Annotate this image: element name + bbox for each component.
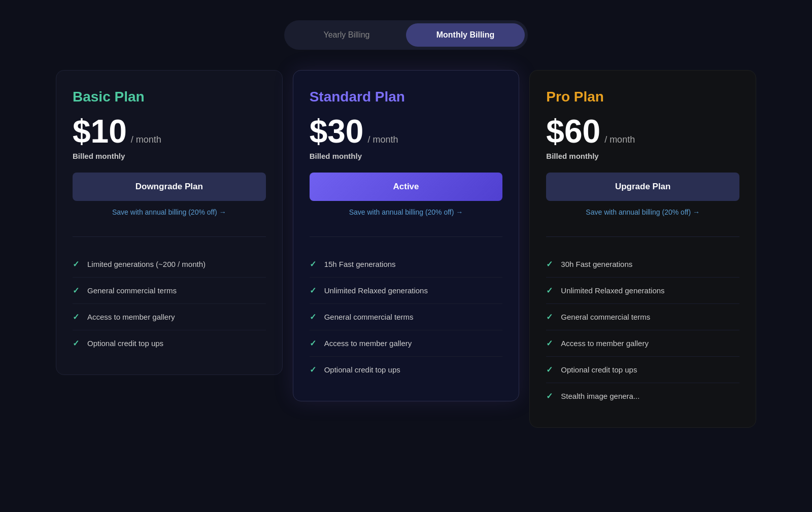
feature-item: ✓ 30h Fast generations: [546, 251, 739, 278]
feature-text: 15h Fast generations: [324, 260, 396, 268]
price-row: $10 / month: [73, 115, 266, 148]
feature-text: General commercial terms: [87, 286, 177, 295]
check-icon: ✓: [310, 312, 316, 322]
check-icon: ✓: [73, 259, 79, 269]
feature-text: Access to member gallery: [87, 313, 175, 321]
plan-card-pro: Pro Plan $60 / month Billed monthly Upgr…: [529, 70, 756, 428]
price-row: $30 / month: [310, 115, 503, 148]
check-icon: ✓: [546, 259, 553, 269]
features-list: ✓ Limited generations (~200 / month) ✓ G…: [73, 251, 266, 356]
feature-text: Access to member gallery: [561, 339, 649, 348]
feature-item: ✓ Access to member gallery: [73, 304, 266, 330]
feature-text: Limited generations (~200 / month): [87, 260, 206, 268]
feature-item: ✓ Limited generations (~200 / month): [73, 251, 266, 278]
features-divider: [73, 236, 266, 237]
check-icon: ✓: [73, 286, 79, 295]
feature-text: Optional credit top ups: [87, 339, 163, 348]
check-icon: ✓: [310, 365, 316, 374]
feature-item: ✓ General commercial terms: [310, 304, 503, 330]
feature-text: Optional credit top ups: [324, 365, 400, 374]
billed-text: Billed monthly: [73, 152, 266, 160]
plan-button-basic[interactable]: Downgrade Plan: [73, 173, 266, 201]
monthly-billing-btn[interactable]: Monthly Billing: [406, 23, 525, 47]
check-icon: ✓: [73, 338, 79, 348]
feature-item: ✓ Unlimited Relaxed generations: [310, 278, 503, 304]
price-period: / month: [604, 134, 635, 145]
features-divider: [546, 236, 739, 237]
price-amount: $30: [310, 115, 364, 148]
check-icon: ✓: [310, 259, 316, 269]
feature-item: ✓ Optional credit top ups: [73, 330, 266, 356]
features-divider: [310, 236, 503, 237]
plan-name-pro: Pro Plan: [546, 89, 739, 105]
save-link-basic[interactable]: Save with annual billing (20% off) →: [73, 208, 266, 216]
feature-item: ✓ Access to member gallery: [546, 330, 739, 357]
feature-item: ✓ Access to member gallery: [310, 330, 503, 357]
plan-name-standard: Standard Plan: [310, 89, 503, 105]
feature-text: 30h Fast generations: [561, 260, 632, 268]
check-icon: ✓: [546, 391, 553, 401]
plan-button-pro[interactable]: Upgrade Plan: [546, 173, 739, 201]
billed-text: Billed monthly: [546, 152, 739, 160]
feature-item: ✓ Unlimited Relaxed generations: [546, 278, 739, 304]
check-icon: ✓: [546, 286, 553, 295]
billed-text: Billed monthly: [310, 152, 503, 160]
check-icon: ✓: [546, 338, 553, 348]
price-amount: $60: [546, 115, 600, 148]
plan-name-basic: Basic Plan: [73, 89, 266, 105]
check-icon: ✓: [546, 312, 553, 322]
check-icon: ✓: [310, 338, 316, 348]
feature-item: ✓ 15h Fast generations: [310, 251, 503, 278]
features-list: ✓ 30h Fast generations ✓ Unlimited Relax…: [546, 251, 739, 409]
billing-toggle: Yearly Billing Monthly Billing: [284, 20, 528, 50]
save-link-standard[interactable]: Save with annual billing (20% off) →: [310, 208, 503, 216]
plan-card-basic: Basic Plan $10 / month Billed monthly Do…: [56, 70, 283, 375]
plan-card-standard: Standard Plan $30 / month Billed monthly…: [293, 70, 520, 401]
plan-button-standard[interactable]: Active: [310, 173, 503, 201]
feature-item: ✓ Optional credit top ups: [546, 357, 739, 383]
features-list: ✓ 15h Fast generations ✓ Unlimited Relax…: [310, 251, 503, 383]
yearly-billing-btn[interactable]: Yearly Billing: [287, 23, 406, 47]
feature-text: General commercial terms: [561, 313, 650, 321]
feature-item: ✓ Stealth image genera...: [546, 383, 739, 409]
save-link-pro[interactable]: Save with annual billing (20% off) →: [546, 208, 739, 216]
check-icon: ✓: [546, 365, 553, 374]
price-period: / month: [131, 134, 161, 145]
plans-container: Basic Plan $10 / month Billed monthly Do…: [56, 70, 756, 428]
check-icon: ✓: [73, 312, 79, 322]
feature-item: ✓ General commercial terms: [546, 304, 739, 330]
feature-item: ✓ General commercial terms: [73, 278, 266, 304]
price-amount: $10: [73, 115, 127, 148]
price-period: / month: [367, 134, 398, 145]
feature-text: Unlimited Relaxed generations: [561, 286, 664, 295]
feature-text: Access to member gallery: [324, 339, 412, 348]
price-row: $60 / month: [546, 115, 739, 148]
feature-text: Unlimited Relaxed generations: [324, 286, 428, 295]
check-icon: ✓: [310, 286, 316, 295]
feature-text: Optional credit top ups: [561, 365, 637, 374]
feature-text: Stealth image genera...: [561, 392, 639, 400]
feature-text: General commercial terms: [324, 313, 414, 321]
feature-item: ✓ Optional credit top ups: [310, 357, 503, 383]
